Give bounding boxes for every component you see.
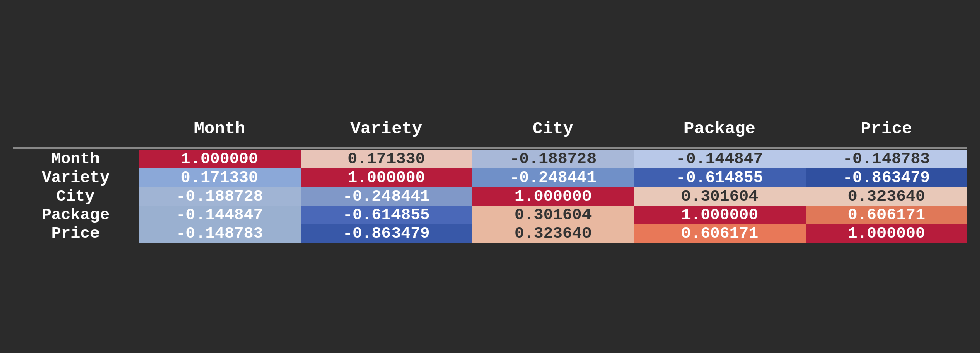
col-header-variety: Variety bbox=[301, 110, 472, 148]
correlation-cell: -0.144847 bbox=[139, 206, 301, 224]
correlation-cell: 0.171330 bbox=[139, 168, 301, 187]
correlation-cell: 0.301604 bbox=[634, 187, 806, 206]
correlation-cell: -0.614855 bbox=[634, 168, 806, 187]
empty-header bbox=[13, 110, 139, 148]
table-row: City-0.188728-0.2484411.0000000.3016040.… bbox=[13, 187, 967, 206]
correlation-cell: -0.144847 bbox=[634, 150, 806, 168]
correlation-cell: -0.248441 bbox=[301, 187, 472, 206]
correlation-cell: 0.323640 bbox=[472, 224, 634, 243]
row-label-month: Month bbox=[13, 150, 139, 168]
correlation-cell: 1.000000 bbox=[806, 224, 967, 243]
correlation-cell: -0.188728 bbox=[472, 150, 634, 168]
table-row: Package-0.144847-0.6148550.3016041.00000… bbox=[13, 206, 967, 224]
col-header-package: Package bbox=[634, 110, 806, 148]
correlation-cell: 1.000000 bbox=[139, 150, 301, 168]
correlation-cell: 0.323640 bbox=[806, 187, 967, 206]
correlation-cell: 0.301604 bbox=[472, 206, 634, 224]
correlation-cell: -0.188728 bbox=[139, 187, 301, 206]
col-header-city: City bbox=[472, 110, 634, 148]
correlation-cell: -0.614855 bbox=[301, 206, 472, 224]
row-label-package: Package bbox=[13, 206, 139, 224]
correlation-cell: 1.000000 bbox=[634, 206, 806, 224]
table-row: Month1.0000000.171330-0.188728-0.144847-… bbox=[13, 150, 967, 168]
correlation-cell: 0.606171 bbox=[806, 206, 967, 224]
row-label-variety: Variety bbox=[13, 168, 139, 187]
column-headers: Month Variety City Package Price bbox=[13, 110, 967, 148]
correlation-cell: -0.863479 bbox=[806, 168, 967, 187]
table-row: Price-0.148783-0.8634790.3236400.6061711… bbox=[13, 224, 967, 243]
correlation-cell: 1.000000 bbox=[472, 187, 634, 206]
row-label-city: City bbox=[13, 187, 139, 206]
correlation-matrix: Month Variety City Package Price Month1.… bbox=[13, 110, 967, 243]
correlation-cell: -0.148783 bbox=[806, 150, 967, 168]
correlation-cell: -0.148783 bbox=[139, 224, 301, 243]
col-header-price: Price bbox=[806, 110, 967, 148]
correlation-cell: 0.171330 bbox=[301, 150, 472, 168]
table-row: Variety0.1713301.000000-0.248441-0.61485… bbox=[13, 168, 967, 187]
col-header-month: Month bbox=[139, 110, 301, 148]
correlation-cell: 1.000000 bbox=[301, 168, 472, 187]
correlation-cell: -0.863479 bbox=[301, 224, 472, 243]
correlation-cell: -0.248441 bbox=[472, 168, 634, 187]
correlation-cell: 0.606171 bbox=[634, 224, 806, 243]
row-label-price: Price bbox=[13, 224, 139, 243]
